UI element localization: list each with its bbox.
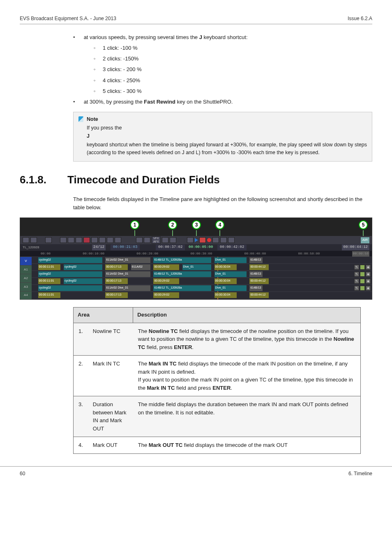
text: field, press xyxy=(145,344,174,350)
text: field displays the timecode of the mark … xyxy=(182,442,288,448)
ripple-icon[interactable] xyxy=(91,237,98,243)
clip[interactable]: 611A/02 Dive_01 xyxy=(105,271,150,277)
markout-tc-field[interactable]: 00:00:42:02 xyxy=(217,245,247,250)
lock-icon[interactable] xyxy=(162,237,168,243)
undo-icon[interactable] xyxy=(23,237,29,243)
tracks-area: V A1 A2 A3 A4 cycling02 611A/02 Dive_01 … xyxy=(20,257,372,299)
clip[interactable]: Dive_01 xyxy=(214,257,247,263)
zoom-icon[interactable] xyxy=(144,237,150,243)
more-icon[interactable] xyxy=(228,237,235,243)
edit-icon[interactable]: ✎ xyxy=(354,272,359,277)
fast-rewind-bullet: at 300%, by pressing the Fast Rewind key… xyxy=(73,98,372,106)
solo-icon[interactable]: ◉ xyxy=(366,286,371,291)
clip[interactable]: 611A/02 Dive_01 xyxy=(105,257,150,263)
vfx-afx-box[interactable]: VFXAFX xyxy=(152,236,161,244)
row-desc: The middle field displays the duration b… xyxy=(133,396,361,437)
markin-tc-field[interactable]: 00:00:37:02 xyxy=(156,245,185,250)
track-row[interactable]: cycling02 611A/02 Dive_01 614B/12 TL_120… xyxy=(32,271,352,278)
click-item: 1 click: -100 % xyxy=(94,44,372,52)
track-ctrl-row xyxy=(352,257,372,264)
delete-icon[interactable] xyxy=(83,237,90,243)
edit-icon[interactable]: ✎ xyxy=(354,265,359,270)
match-icon[interactable] xyxy=(136,237,143,243)
nowline-tc-field[interactable]: 00:00:21:03 xyxy=(111,245,140,250)
clip[interactable]: 614B/12 TL_120928a xyxy=(153,271,211,277)
track-lanes[interactable]: cycling02 611A/02 Dive_01 614B/12 TL_120… xyxy=(32,257,352,299)
solo-icon[interactable]: ◉ xyxy=(366,265,371,270)
record-icon[interactable] xyxy=(207,238,211,242)
mute-icon[interactable] xyxy=(360,279,365,284)
track-row[interactable]: cycling02 611A/02 Dive_01 614B/12 TL_120… xyxy=(32,257,352,264)
clip[interactable]: 614B/12 TL_120928a xyxy=(153,257,211,263)
edit-icon[interactable]: ✎ xyxy=(354,286,359,291)
track-ctrl-row: ✎ ◉ xyxy=(352,284,372,291)
track-controls: ✎ ◉ ✎ ◉ ✎ ◉ ✎ xyxy=(352,257,372,299)
note-title: Note xyxy=(87,116,367,123)
redo-icon[interactable] xyxy=(30,237,37,243)
tc-label: 00:00:29:02 xyxy=(153,264,179,270)
track-label-a3[interactable]: A3 xyxy=(20,282,32,291)
tc-label: 00:00:44:12 xyxy=(249,278,269,284)
track-label-a1[interactable]: A1 xyxy=(20,265,32,274)
block-icon[interactable] xyxy=(170,237,176,243)
overwrite-icon[interactable] xyxy=(68,237,74,243)
table-row: 1. Nowline TC The Nowline TC field displ… xyxy=(74,323,361,356)
edit-icon[interactable]: ✎ xyxy=(354,279,359,284)
settings-icon[interactable] xyxy=(220,237,227,243)
solo-icon[interactable]: ◉ xyxy=(366,279,371,284)
roll-icon[interactable] xyxy=(99,237,106,243)
slip-icon[interactable] xyxy=(107,237,113,243)
tc-label: 00:00:29:02 xyxy=(153,278,179,284)
row-num: 3. xyxy=(74,396,88,437)
click-item: 4 clicks: - 250% xyxy=(94,76,372,85)
clip[interactable]: cycling02 xyxy=(38,285,102,291)
clip[interactable]: Dive_01 xyxy=(214,271,247,277)
clip[interactable]: Dive_01 xyxy=(182,264,211,270)
clip[interactable]: cycling02 xyxy=(64,264,102,270)
track-row[interactable]: 00:00:11:01 cycling02 00:00:17:13 611A/0… xyxy=(32,264,352,271)
mute-icon[interactable] xyxy=(360,265,365,270)
header-right: Issue 6.2.A xyxy=(348,16,372,21)
pause-icon[interactable] xyxy=(199,237,206,243)
field-name: Mark IN TC xyxy=(149,361,177,367)
ruler-tick: 00:00:10:00 xyxy=(83,251,104,257)
air-badge: AIR xyxy=(361,237,369,243)
timeline-name: TL_120928 xyxy=(23,245,39,250)
text: . xyxy=(192,344,194,350)
clip[interactable]: 614B/13 xyxy=(249,257,262,263)
section-number: 6.1.8. xyxy=(20,171,56,188)
clip[interactable]: Dive_01 xyxy=(214,285,247,291)
area-description-table: Area Description 1. Nowline TC The Nowli… xyxy=(73,307,361,453)
slide-icon[interactable] xyxy=(115,237,121,243)
fit-icon[interactable] xyxy=(45,237,52,243)
clip[interactable]: 614B/12 TL_120928a xyxy=(153,285,211,291)
track-label-a2[interactable]: A2 xyxy=(20,274,32,282)
track-row[interactable]: 00:00:11:01 00:00:17:13 00:00:29:02 00:0… xyxy=(32,291,352,298)
solo-icon[interactable]: ◉ xyxy=(366,272,371,277)
goto-start-icon[interactable] xyxy=(187,237,194,243)
track-row[interactable]: cycling02 611A/02 Dive_01 614B/12 TL_120… xyxy=(32,284,352,291)
clip[interactable]: 614B/13 xyxy=(249,285,262,291)
callout-row: 1 2 3 4 5 xyxy=(20,220,372,235)
tc-label: 00:00:11:01 xyxy=(38,278,61,284)
time-ruler: 00:00 00:00:10:00 00:00:20:00 00:00:30:0… xyxy=(20,251,372,257)
play-icon[interactable] xyxy=(195,238,198,242)
slot-index: 24/12 xyxy=(92,245,106,250)
click-item: 5 clicks: - 300 % xyxy=(94,87,372,95)
replace-icon[interactable] xyxy=(76,237,82,243)
clip[interactable]: 614B/13 xyxy=(249,271,262,277)
track-row[interactable]: 00:00:11:01 cycling02 00:00:17:13 00:00:… xyxy=(32,278,352,284)
track-label-a4[interactable]: A4 xyxy=(20,291,32,300)
mute-icon[interactable] xyxy=(360,286,365,291)
mute-icon[interactable] xyxy=(360,272,365,277)
clip[interactable]: cycling02 xyxy=(38,271,102,277)
clip[interactable]: 611A/02 Dive_01 xyxy=(105,285,150,291)
click-list: 1 click: -100 % 2 clicks: -150% 3 clicks… xyxy=(94,44,372,95)
clip[interactable]: 611A/02 xyxy=(131,264,150,270)
clip[interactable]: cycling02 xyxy=(38,257,102,263)
clip[interactable]: cycling02 xyxy=(64,278,102,284)
insert-icon[interactable] xyxy=(60,237,67,243)
export-icon[interactable] xyxy=(212,237,219,243)
track-label-v[interactable]: V xyxy=(20,257,32,265)
row-num: 1. xyxy=(74,323,88,356)
